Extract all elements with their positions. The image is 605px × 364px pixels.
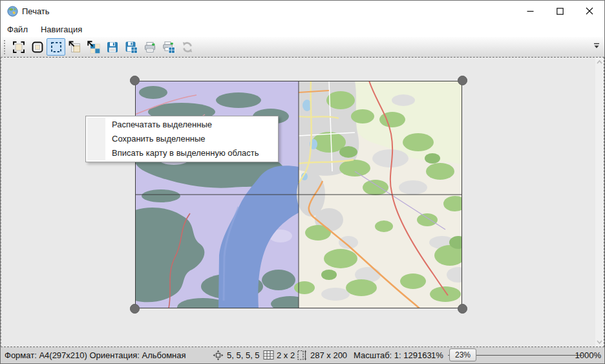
menubar: Файл Навигация — [1, 21, 604, 37]
toolbar — [1, 37, 604, 57]
menu-navigation[interactable]: Навигация — [41, 25, 82, 34]
toolbar-gripper[interactable] — [3, 40, 6, 54]
page-frame-button[interactable] — [28, 38, 47, 56]
select-region-button[interactable] — [47, 38, 65, 56]
maximize-button[interactable] — [545, 1, 575, 21]
select-all-pages-button[interactable] — [9, 38, 28, 56]
scroll-up-icon[interactable] — [597, 59, 602, 65]
context-menu-item-print-selected[interactable]: Распечатать выделенные — [86, 118, 278, 132]
print-button[interactable] — [140, 38, 159, 56]
map-preview — [135, 81, 462, 308]
window-controls — [515, 1, 604, 21]
page-frame-icon — [31, 41, 44, 54]
page-size-status: 287 x 200 — [310, 347, 347, 363]
print-window: Печать Файл Навигация — [0, 0, 605, 364]
map-image[interactable] — [135, 81, 462, 308]
fit-selection-button[interactable] — [65, 38, 84, 56]
map-corner-handle-bottomright[interactable] — [458, 304, 467, 314]
save-icon — [106, 41, 119, 54]
print-icon — [143, 41, 156, 54]
minimize-icon — [527, 8, 534, 15]
select-region-icon — [50, 41, 63, 54]
margins-status: 5, 5, 5, 5 — [227, 347, 260, 363]
scale-status: Масштаб: 1: 129163 — [354, 347, 432, 363]
zoom-slider-thumb[interactable]: 23% — [449, 348, 476, 361]
print-tiles-icon — [162, 41, 175, 54]
fit-grid-icon — [87, 41, 100, 54]
statusbar: Формат: A4(297x210) Ориентация: Альбомна… — [1, 347, 604, 363]
save-button[interactable] — [103, 38, 122, 56]
context-menu: Распечатать выделенные Сохранить выделен… — [85, 116, 279, 162]
page-size-icon — [297, 350, 307, 361]
map-workarea: Распечатать выделенные Сохранить выделен… — [1, 57, 604, 347]
fit-grid-button[interactable] — [84, 38, 103, 56]
context-menu-item-save-selected[interactable]: Сохранить выделенные — [86, 132, 278, 146]
globe-icon — [7, 6, 18, 17]
save-tiles-icon — [125, 41, 138, 54]
pages-grid-icon — [263, 350, 274, 360]
map-corner-handle-topright[interactable] — [458, 76, 467, 85]
map-corner-handle-topleft[interactable] — [130, 76, 140, 85]
format-status: Формат: A4(297x210) Ориентация: Альбомна… — [5, 347, 186, 363]
menu-file[interactable]: Файл — [7, 25, 28, 34]
maximize-icon — [557, 8, 564, 15]
close-icon — [586, 7, 593, 15]
vertical-scrollbar[interactable] — [595, 58, 604, 347]
titlebar: Печать — [1, 1, 604, 21]
close-button[interactable] — [575, 1, 604, 21]
refresh-button[interactable] — [178, 38, 196, 56]
save-tiles-button[interactable] — [122, 38, 140, 56]
pages-status: 2 x 2 — [277, 347, 295, 363]
select-all-pages-icon — [12, 41, 25, 54]
zoom-max-label: 1000% — [575, 347, 601, 363]
zoom-min-label: 1% — [431, 347, 443, 363]
minimize-button[interactable] — [515, 1, 545, 21]
margins-icon — [213, 350, 224, 361]
context-menu-item-fit-map[interactable]: Вписать карту в выделенную область — [86, 146, 278, 160]
toolbar-overflow-button[interactable] — [591, 40, 602, 53]
print-tiles-button[interactable] — [159, 38, 178, 56]
map-corner-handle-bottomleft[interactable] — [130, 304, 140, 314]
toolbar-overflow-icon — [593, 42, 600, 50]
window-title: Печать — [22, 6, 50, 16]
fit-selection-icon — [69, 41, 81, 54]
refresh-icon — [181, 41, 194, 54]
scroll-down-icon[interactable] — [597, 339, 602, 345]
